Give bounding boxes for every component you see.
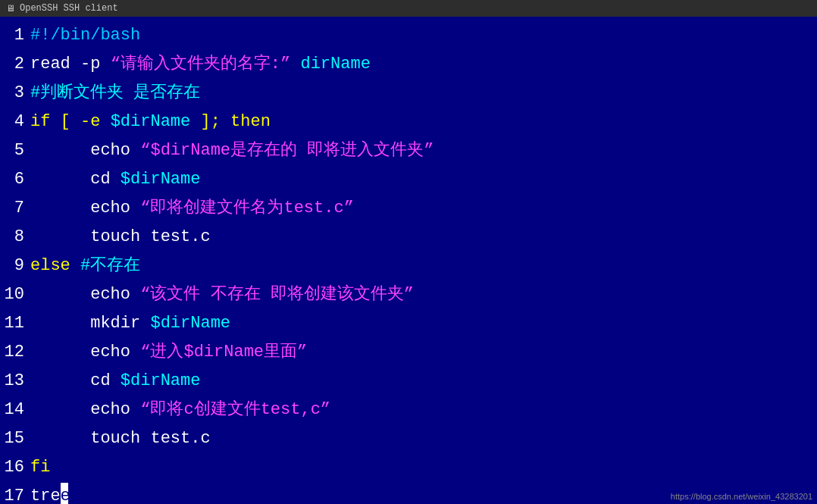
line-number: 15 bbox=[0, 425, 30, 452]
line-number: 6 bbox=[0, 166, 30, 193]
line-content: mkdir $dirName bbox=[30, 310, 817, 337]
code-token: echo bbox=[30, 141, 140, 160]
line-content: echo “进入$dirName里面” bbox=[30, 339, 817, 366]
line-number: 7 bbox=[0, 195, 30, 222]
code-token: “该文件 不存在 即将创建该文件夹” bbox=[140, 285, 414, 304]
code-token: echo bbox=[30, 199, 140, 218]
code-token: echo bbox=[30, 400, 140, 419]
line-number: 2 bbox=[0, 51, 30, 78]
line-number: 4 bbox=[0, 108, 30, 136]
line-number: 1 bbox=[0, 22, 30, 49]
code-token: #不存在 bbox=[80, 256, 140, 275]
code-token: ” bbox=[280, 55, 300, 74]
code-token: #!/bin/bash bbox=[30, 26, 140, 45]
line-content: cd $dirName bbox=[30, 368, 817, 395]
line-content: echo “即将创建文件名为test.c” bbox=[30, 195, 817, 222]
code-token: mkdir bbox=[30, 314, 150, 333]
line-content: fi bbox=[30, 454, 817, 481]
title-bar: 🖥 OpenSSH SSH client bbox=[0, 0, 817, 17]
line-content: #!/bin/bash bbox=[30, 22, 817, 49]
line-number: 9 bbox=[0, 252, 30, 280]
code-token: cd bbox=[30, 170, 121, 189]
cursor: e bbox=[61, 483, 68, 504]
line-content: cd $dirName bbox=[30, 166, 817, 193]
app-icon: 🖥 bbox=[6, 3, 15, 14]
watermark: https://blog.csdn.net/weixin_43283201 bbox=[671, 492, 812, 501]
code-line: 13 cd $dirName bbox=[0, 367, 817, 396]
line-number: 5 bbox=[0, 137, 30, 164]
line-number: 16 bbox=[0, 454, 30, 481]
code-line: 16fi bbox=[0, 453, 817, 482]
code-line: 2read -p “请输入文件夹的名字:” dirName bbox=[0, 50, 817, 79]
line-content: read -p “请输入文件夹的名字:” dirName bbox=[30, 51, 817, 78]
code-token: “进入$dirName里面” bbox=[140, 343, 307, 362]
line-number: 12 bbox=[0, 339, 30, 366]
code-token: tre bbox=[30, 487, 61, 504]
line-content: if [ -e $dirName ]; then bbox=[30, 108, 817, 136]
line-number: 17 bbox=[0, 483, 30, 504]
code-token: if [ -e bbox=[30, 112, 111, 131]
line-content: touch test.c bbox=[30, 425, 817, 452]
code-line: 5 echo “$dirName是存在的 即将进入文件夹” bbox=[0, 136, 817, 165]
code-token: fi bbox=[30, 458, 50, 477]
code-token: $dirName bbox=[150, 314, 230, 333]
code-line: 6 cd $dirName bbox=[0, 165, 817, 194]
code-editor: 1#!/bin/bash2read -p “请输入文件夹的名字:” dirNam… bbox=[0, 17, 817, 504]
line-number: 11 bbox=[0, 310, 30, 337]
code-line: 7 echo “即将创建文件名为test.c” bbox=[0, 194, 817, 223]
code-line: 14 echo “即将c创建文件test,c” bbox=[0, 396, 817, 424]
code-token: touch test.c bbox=[30, 227, 211, 246]
code-token: “$dirName是存在的 即将进入文件夹” bbox=[140, 141, 434, 160]
code-token: $dirName bbox=[111, 112, 191, 131]
line-number: 3 bbox=[0, 80, 30, 107]
code-token: echo bbox=[30, 343, 140, 362]
line-content: echo “即将c创建文件test,c” bbox=[30, 396, 817, 424]
code-line: 12 echo “进入$dirName里面” bbox=[0, 338, 817, 367]
code-line: 4if [ -e $dirName ]; then bbox=[0, 108, 817, 136]
line-number: 8 bbox=[0, 224, 30, 251]
code-token: ]; then bbox=[190, 112, 271, 131]
code-token: touch test.c bbox=[30, 429, 211, 448]
code-token: “请输入文件夹的名字: bbox=[111, 55, 280, 74]
code-line: 15 touch test.c bbox=[0, 424, 817, 453]
code-token: $dirName bbox=[121, 170, 201, 189]
line-number: 13 bbox=[0, 368, 30, 395]
code-line: 9else #不存在 bbox=[0, 252, 817, 280]
line-content: else #不存在 bbox=[30, 252, 817, 280]
code-line: 3#判断文件夹 是否存在 bbox=[0, 79, 817, 108]
code-line: 11 mkdir $dirName bbox=[0, 309, 817, 338]
code-line: 10 echo “该文件 不存在 即将创建该文件夹” bbox=[0, 280, 817, 309]
code-token: “即将创建文件名为test.c” bbox=[140, 199, 354, 218]
code-line: 8 touch test.c bbox=[0, 223, 817, 252]
code-token: else bbox=[30, 256, 80, 275]
line-content: touch test.c bbox=[30, 224, 817, 251]
code-token: #判断文件夹 是否存在 bbox=[30, 83, 200, 102]
code-token: echo bbox=[30, 285, 140, 304]
line-content: #判断文件夹 是否存在 bbox=[30, 80, 817, 107]
line-number: 10 bbox=[0, 281, 30, 308]
app-title: OpenSSH SSH client bbox=[20, 3, 118, 14]
code-token: “即将c创建文件test,c” bbox=[140, 400, 330, 419]
code-line: 1#!/bin/bash bbox=[0, 21, 817, 50]
code-token: read -p bbox=[30, 55, 111, 74]
code-token: $dirName bbox=[121, 371, 201, 390]
code-token: dirName bbox=[300, 55, 370, 74]
line-content: echo “$dirName是存在的 即将进入文件夹” bbox=[30, 137, 817, 164]
code-token: cd bbox=[30, 371, 121, 390]
line-number: 14 bbox=[0, 396, 30, 424]
line-content: echo “该文件 不存在 即将创建该文件夹” bbox=[30, 281, 817, 308]
